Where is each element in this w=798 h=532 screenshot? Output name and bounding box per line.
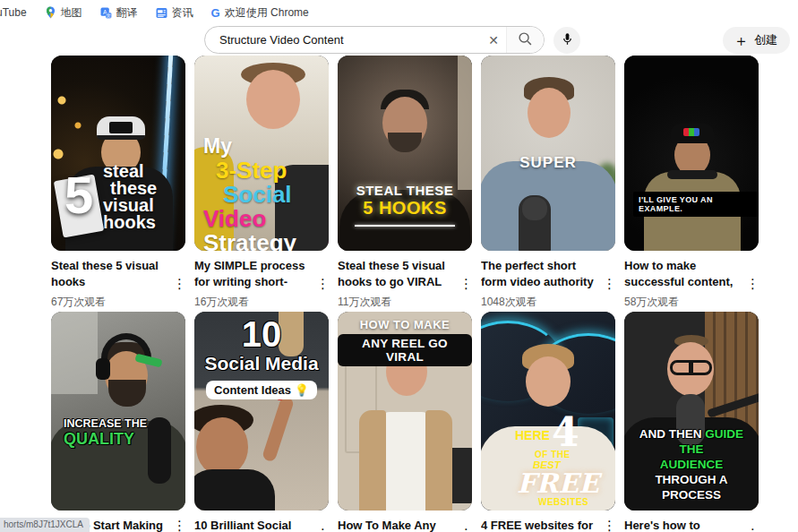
- video-card: My 3-Step Social Video Strategy My SIMPL…: [194, 56, 329, 310]
- video-grid-row-1: 5 steal these visual hooks Steal these 5…: [51, 56, 759, 310]
- video-thumbnail[interactable]: 10 Social Media Content Ideas 💡: [194, 312, 329, 511]
- bookmark-news[interactable]: 资讯: [156, 5, 193, 21]
- thumbnail-text: STEAL THESE 5 HOOKS: [338, 183, 472, 227]
- video-views: 16万次观看: [194, 295, 316, 310]
- thumbnail-scene: STEAL THESE 5 HOOKS: [338, 56, 472, 251]
- video-menu-button[interactable]: ⋮: [316, 518, 329, 532]
- thumbnail-text: 5 steal these visual hooks: [56, 163, 182, 231]
- glasses: [670, 360, 712, 375]
- microphone-prop: [148, 417, 171, 484]
- bookmark-label: 地图: [61, 5, 82, 21]
- video-views: 11万次观看: [338, 295, 459, 310]
- video-title[interactable]: My SIMPLE process for writing short-form…: [194, 258, 316, 290]
- thumbnail-text: SUPER: [481, 154, 615, 172]
- thumbnail-scene: 5 steal these visual hooks: [51, 56, 185, 251]
- thumbnail-scene: HERE 4 OF THE BEST FREE WEBSITES: [481, 312, 615, 511]
- video-card: 5 steal these visual hooks Steal these 5…: [51, 56, 185, 310]
- person: [526, 356, 571, 407]
- thumbnail-text: AND THEN GUIDE THE AUDIENCE THROUGH A PR…: [630, 426, 753, 502]
- video-menu-button[interactable]: ⋮: [173, 258, 185, 310]
- video-title[interactable]: How To Make Any Reel Go: [338, 518, 459, 532]
- video-card: STEAL THESE 5 HOOKS Steal these 5 visual…: [338, 56, 472, 310]
- search-input[interactable]: [205, 33, 481, 47]
- person: [196, 417, 248, 476]
- news-icon: [156, 7, 167, 19]
- video-title[interactable]: 10 Brilliant Social Media: [194, 518, 316, 532]
- bookmark-label: 欢迎使用 Chrome: [225, 5, 309, 21]
- bookmarks-bar: uTube 地图 A文 翻译 资讯 G 欢迎使用 Chrome: [0, 0, 798, 25]
- video-card: HOW TO MAKE ANY REEL GO VIRAL How To Mak…: [338, 312, 472, 532]
- tan-vest: [359, 410, 386, 511]
- thumbnail-text: HERE 4 OF THE BEST FREE WEBSITES: [515, 416, 599, 507]
- create-button[interactable]: ＋ 创建: [723, 27, 790, 54]
- video-card: HERE 4 OF THE BEST FREE WEBSITES 4 FREE …: [481, 312, 615, 532]
- video-thumbnail[interactable]: HERE 4 OF THE BEST FREE WEBSITES: [481, 312, 615, 511]
- thumbnail-scene: INCREASE THE QUALITY: [51, 312, 185, 511]
- microphone-icon: [561, 32, 574, 48]
- maps-pin-icon: [45, 6, 56, 19]
- video-views: 1048次观看: [481, 295, 603, 310]
- bookmark-chrome-welcome[interactable]: G 欢迎使用 Chrome: [211, 5, 309, 21]
- video-title[interactable]: Steal these 5 visual hooks to go VIRAL 😈: [338, 258, 459, 290]
- status-bar-url: horts/m8J7t1JXCLA: [0, 518, 90, 532]
- video-title[interactable]: The perfect short form video authority s…: [481, 258, 603, 290]
- search-bar: ✕: [204, 26, 545, 54]
- search-header: ✕ ＋ 创建: [0, 25, 798, 57]
- thumbnail-scene: 10 Social Media Content Ideas 💡: [194, 312, 329, 511]
- search-button[interactable]: [506, 27, 544, 53]
- clear-search-button[interactable]: ✕: [481, 27, 506, 53]
- translate-icon: A文: [100, 7, 112, 19]
- video-thumbnail[interactable]: HOW TO MAKE ANY REEL GO VIRAL: [338, 312, 472, 511]
- video-views: 67万次观看: [51, 295, 173, 310]
- thumbnail-text: 10 Social Media Content Ideas 💡: [194, 315, 329, 399]
- video-menu-button[interactable]: ⋮: [746, 258, 759, 310]
- thumbnail-scene: SUPER: [481, 56, 615, 251]
- video-menu-button[interactable]: ⋮: [603, 258, 615, 310]
- video-menu-button[interactable]: ⋮: [459, 518, 472, 532]
- person: [246, 70, 300, 129]
- video-thumbnail[interactable]: My 3-Step Social Video Strategy: [194, 56, 329, 251]
- video-card: AND THEN GUIDE THE AUDIENCE THROUGH A PR…: [624, 312, 759, 532]
- video-card: INCREASE THE QUALITY How to Start Making…: [51, 312, 185, 532]
- bookmark-translate[interactable]: A文 翻译: [100, 5, 138, 21]
- bookmark-label: uTube: [0, 6, 27, 19]
- thumbnail-text: INCREASE THE QUALITY: [64, 417, 147, 449]
- thumbnail-scene: AND THEN GUIDE THE AUDIENCE THROUGH A PR…: [624, 312, 759, 511]
- bookmark-maps[interactable]: 地图: [45, 5, 82, 21]
- voice-search-button[interactable]: [553, 27, 580, 54]
- video-views: 58万次观看: [624, 295, 746, 310]
- thumbnail-scene: HOW TO MAKE ANY REEL GO VIRAL: [338, 312, 472, 511]
- video-thumbnail[interactable]: SUPER: [481, 56, 615, 251]
- thumbnail-scene: My 3-Step Social Video Strategy: [194, 56, 329, 251]
- bookmark-label: 翻译: [116, 5, 138, 21]
- svg-text:文: 文: [106, 13, 110, 18]
- video-title[interactable]: Steal these 5 visual hooks #contentstrat…: [51, 258, 173, 290]
- thumbnail-text: My 3-Step Social Video Strategy: [203, 134, 296, 251]
- bookmark-youtube[interactable]: uTube: [0, 6, 27, 19]
- plus-icon: ＋: [734, 33, 749, 48]
- bookmark-label: 资讯: [172, 5, 193, 21]
- video-thumbnail[interactable]: STEAL THESE 5 HOOKS: [338, 56, 472, 251]
- video-menu-button[interactable]: ⋮: [603, 518, 615, 532]
- video-thumbnail[interactable]: I'LL GIVE YOU AN EXAMPLE.: [624, 56, 759, 251]
- thumbnail-scene: I'LL GIVE YOU AN EXAMPLE.: [624, 56, 759, 251]
- thumbnail-text: HOW TO MAKE ANY REEL GO VIRAL: [338, 318, 472, 366]
- thumbnail-caption: I'LL GIVE YOU AN EXAMPLE.: [633, 192, 759, 217]
- video-menu-button[interactable]: ⋮: [173, 518, 185, 532]
- create-button-label: 创建: [754, 32, 777, 48]
- video-card: 10 Social Media Content Ideas 💡 10 Brill…: [194, 312, 329, 532]
- video-title[interactable]: 4 FREE websites for: [481, 518, 603, 532]
- person: [528, 88, 571, 138]
- video-thumbnail[interactable]: 5 steal these visual hooks: [51, 56, 185, 251]
- video-menu-button[interactable]: ⋮: [746, 518, 759, 532]
- video-thumbnail[interactable]: INCREASE THE QUALITY: [51, 312, 185, 511]
- pointing-hand: [262, 395, 295, 462]
- video-title[interactable]: How to make successful content, Part 1: [624, 258, 746, 290]
- video-thumbnail[interactable]: AND THEN GUIDE THE AUDIENCE THROUGH A PR…: [624, 312, 759, 511]
- video-menu-button[interactable]: ⋮: [459, 258, 472, 310]
- video-menu-button[interactable]: ⋮: [316, 258, 329, 310]
- video-grid-row-2: INCREASE THE QUALITY How to Start Making…: [51, 312, 759, 532]
- video-card: I'LL GIVE YOU AN EXAMPLE. How to make su…: [624, 56, 759, 310]
- video-title[interactable]: Here's how to structure your: [624, 518, 746, 532]
- google-g-icon: G: [211, 6, 220, 20]
